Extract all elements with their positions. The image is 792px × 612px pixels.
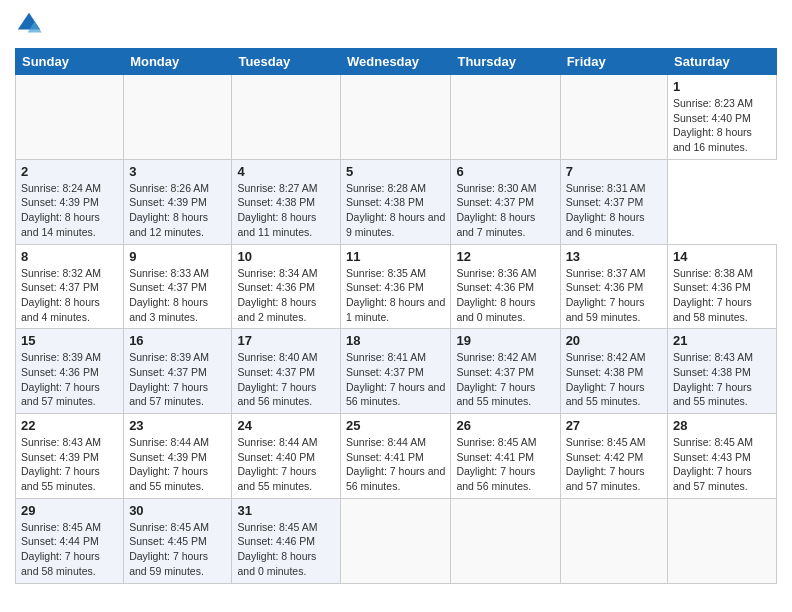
day-info: Sunrise: 8:45 AM Sunset: 4:42 PM Dayligh… xyxy=(566,435,662,494)
day-info: Sunrise: 8:24 AM Sunset: 4:39 PM Dayligh… xyxy=(21,181,118,240)
calendar-day-cell: 22 Sunrise: 8:43 AM Sunset: 4:39 PM Dayl… xyxy=(16,414,124,499)
sunset-label: Sunset: 4:40 PM xyxy=(673,112,751,124)
empty-cell xyxy=(668,498,777,583)
day-number: 30 xyxy=(129,503,226,518)
daylight-label: Daylight: 7 hours and 57 minutes. xyxy=(673,465,752,492)
calendar-day-cell: 13 Sunrise: 8:37 AM Sunset: 4:36 PM Dayl… xyxy=(560,244,667,329)
day-number: 9 xyxy=(129,249,226,264)
calendar-day-cell: 4 Sunrise: 8:27 AM Sunset: 4:38 PM Dayli… xyxy=(232,159,341,244)
daylight-label: Daylight: 7 hours and 56 minutes. xyxy=(456,465,535,492)
daylight-label: Daylight: 7 hours and 55 minutes. xyxy=(456,381,535,408)
daylight-label: Daylight: 8 hours and 0 minutes. xyxy=(237,550,316,577)
empty-cell xyxy=(341,498,451,583)
sunrise-label: Sunrise: 8:34 AM xyxy=(237,267,317,279)
sunset-label: Sunset: 4:37 PM xyxy=(456,366,534,378)
daylight-label: Daylight: 7 hours and 57 minutes. xyxy=(566,465,645,492)
calendar-day-cell: 30 Sunrise: 8:45 AM Sunset: 4:45 PM Dayl… xyxy=(124,498,232,583)
day-number: 28 xyxy=(673,418,771,433)
calendar-day-cell: 21 Sunrise: 8:43 AM Sunset: 4:38 PM Dayl… xyxy=(668,329,777,414)
calendar-week-row: 29 Sunrise: 8:45 AM Sunset: 4:44 PM Dayl… xyxy=(16,498,777,583)
sunrise-label: Sunrise: 8:44 AM xyxy=(346,436,426,448)
calendar-day-cell: 29 Sunrise: 8:45 AM Sunset: 4:44 PM Dayl… xyxy=(16,498,124,583)
calendar-week-row: 2 Sunrise: 8:24 AM Sunset: 4:39 PM Dayli… xyxy=(16,159,777,244)
day-info: Sunrise: 8:27 AM Sunset: 4:38 PM Dayligh… xyxy=(237,181,335,240)
sunrise-label: Sunrise: 8:26 AM xyxy=(129,182,209,194)
calendar-day-cell: 9 Sunrise: 8:33 AM Sunset: 4:37 PM Dayli… xyxy=(124,244,232,329)
daylight-label: Daylight: 8 hours and 3 minutes. xyxy=(129,296,208,323)
calendar-day-cell: 3 Sunrise: 8:26 AM Sunset: 4:39 PM Dayli… xyxy=(124,159,232,244)
sunset-label: Sunset: 4:38 PM xyxy=(566,366,644,378)
day-number: 6 xyxy=(456,164,554,179)
sunrise-label: Sunrise: 8:42 AM xyxy=(566,351,646,363)
day-info: Sunrise: 8:45 AM Sunset: 4:45 PM Dayligh… xyxy=(129,520,226,579)
day-number: 18 xyxy=(346,333,445,348)
sunset-label: Sunset: 4:37 PM xyxy=(129,366,207,378)
calendar-day-cell: 1 Sunrise: 8:23 AM Sunset: 4:40 PM Dayli… xyxy=(668,75,777,160)
calendar-day-cell: 23 Sunrise: 8:44 AM Sunset: 4:39 PM Dayl… xyxy=(124,414,232,499)
sunset-label: Sunset: 4:39 PM xyxy=(21,451,99,463)
sunset-label: Sunset: 4:37 PM xyxy=(456,196,534,208)
weekday-header-friday: Friday xyxy=(560,49,667,75)
day-number: 2 xyxy=(21,164,118,179)
day-number: 15 xyxy=(21,333,118,348)
day-number: 19 xyxy=(456,333,554,348)
sunrise-label: Sunrise: 8:30 AM xyxy=(456,182,536,194)
sunset-label: Sunset: 4:39 PM xyxy=(21,196,99,208)
day-number: 31 xyxy=(237,503,335,518)
calendar-day-cell: 8 Sunrise: 8:32 AM Sunset: 4:37 PM Dayli… xyxy=(16,244,124,329)
day-number: 21 xyxy=(673,333,771,348)
day-info: Sunrise: 8:28 AM Sunset: 4:38 PM Dayligh… xyxy=(346,181,445,240)
day-info: Sunrise: 8:36 AM Sunset: 4:36 PM Dayligh… xyxy=(456,266,554,325)
sunset-label: Sunset: 4:40 PM xyxy=(237,451,315,463)
day-info: Sunrise: 8:44 AM Sunset: 4:40 PM Dayligh… xyxy=(237,435,335,494)
day-info: Sunrise: 8:30 AM Sunset: 4:37 PM Dayligh… xyxy=(456,181,554,240)
daylight-label: Daylight: 7 hours and 57 minutes. xyxy=(129,381,208,408)
sunrise-label: Sunrise: 8:41 AM xyxy=(346,351,426,363)
sunrise-label: Sunrise: 8:33 AM xyxy=(129,267,209,279)
calendar-day-cell: 11 Sunrise: 8:35 AM Sunset: 4:36 PM Dayl… xyxy=(341,244,451,329)
sunset-label: Sunset: 4:41 PM xyxy=(456,451,534,463)
day-number: 14 xyxy=(673,249,771,264)
daylight-label: Daylight: 7 hours and 55 minutes. xyxy=(566,381,645,408)
calendar-day-cell: 15 Sunrise: 8:39 AM Sunset: 4:36 PM Dayl… xyxy=(16,329,124,414)
empty-cell xyxy=(560,498,667,583)
weekday-header-sunday: Sunday xyxy=(16,49,124,75)
day-number: 11 xyxy=(346,249,445,264)
sunset-label: Sunset: 4:36 PM xyxy=(673,281,751,293)
day-info: Sunrise: 8:42 AM Sunset: 4:38 PM Dayligh… xyxy=(566,350,662,409)
sunset-label: Sunset: 4:36 PM xyxy=(346,281,424,293)
calendar-table: SundayMondayTuesdayWednesdayThursdayFrid… xyxy=(15,48,777,584)
calendar-day-cell: 28 Sunrise: 8:45 AM Sunset: 4:43 PM Dayl… xyxy=(668,414,777,499)
day-info: Sunrise: 8:33 AM Sunset: 4:37 PM Dayligh… xyxy=(129,266,226,325)
sunrise-label: Sunrise: 8:35 AM xyxy=(346,267,426,279)
calendar-day-cell: 27 Sunrise: 8:45 AM Sunset: 4:42 PM Dayl… xyxy=(560,414,667,499)
sunrise-label: Sunrise: 8:31 AM xyxy=(566,182,646,194)
sunrise-label: Sunrise: 8:32 AM xyxy=(21,267,101,279)
day-info: Sunrise: 8:45 AM Sunset: 4:43 PM Dayligh… xyxy=(673,435,771,494)
calendar-week-row: 1 Sunrise: 8:23 AM Sunset: 4:40 PM Dayli… xyxy=(16,75,777,160)
sunset-label: Sunset: 4:42 PM xyxy=(566,451,644,463)
day-info: Sunrise: 8:43 AM Sunset: 4:38 PM Dayligh… xyxy=(673,350,771,409)
day-info: Sunrise: 8:39 AM Sunset: 4:37 PM Dayligh… xyxy=(129,350,226,409)
sunrise-label: Sunrise: 8:43 AM xyxy=(673,351,753,363)
sunrise-label: Sunrise: 8:44 AM xyxy=(237,436,317,448)
daylight-label: Daylight: 7 hours and 58 minutes. xyxy=(21,550,100,577)
daylight-label: Daylight: 8 hours and 0 minutes. xyxy=(456,296,535,323)
day-info: Sunrise: 8:45 AM Sunset: 4:44 PM Dayligh… xyxy=(21,520,118,579)
day-number: 8 xyxy=(21,249,118,264)
day-info: Sunrise: 8:37 AM Sunset: 4:36 PM Dayligh… xyxy=(566,266,662,325)
day-info: Sunrise: 8:31 AM Sunset: 4:37 PM Dayligh… xyxy=(566,181,662,240)
sunset-label: Sunset: 4:44 PM xyxy=(21,535,99,547)
sunset-label: Sunset: 4:37 PM xyxy=(346,366,424,378)
day-info: Sunrise: 8:23 AM Sunset: 4:40 PM Dayligh… xyxy=(673,96,771,155)
calendar-day-cell: 14 Sunrise: 8:38 AM Sunset: 4:36 PM Dayl… xyxy=(668,244,777,329)
calendar-day-cell: 25 Sunrise: 8:44 AM Sunset: 4:41 PM Dayl… xyxy=(341,414,451,499)
empty-cell xyxy=(341,75,451,160)
daylight-label: Daylight: 7 hours and 58 minutes. xyxy=(673,296,752,323)
day-info: Sunrise: 8:43 AM Sunset: 4:39 PM Dayligh… xyxy=(21,435,118,494)
calendar-day-cell: 7 Sunrise: 8:31 AM Sunset: 4:37 PM Dayli… xyxy=(560,159,667,244)
daylight-label: Daylight: 8 hours and 2 minutes. xyxy=(237,296,316,323)
sunrise-label: Sunrise: 8:38 AM xyxy=(673,267,753,279)
sunset-label: Sunset: 4:39 PM xyxy=(129,451,207,463)
day-number: 1 xyxy=(673,79,771,94)
